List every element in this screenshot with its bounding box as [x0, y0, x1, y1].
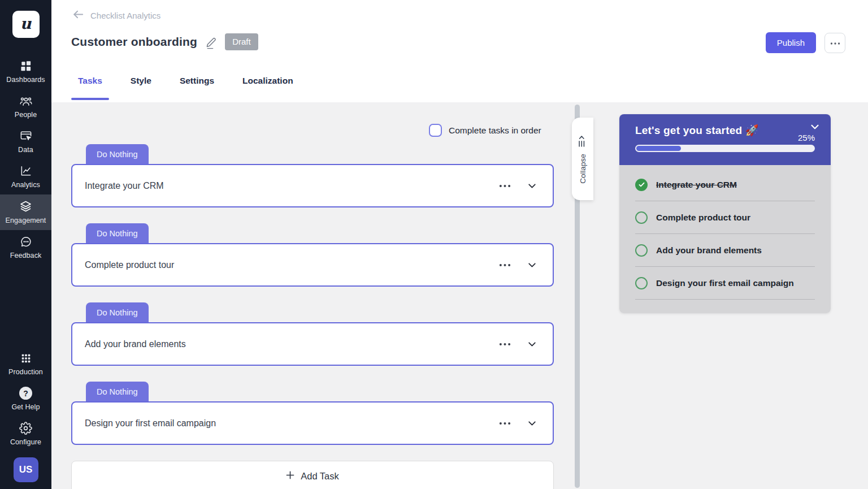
sidebar-item-label: Production — [8, 368, 43, 376]
tab-settings[interactable]: Settings — [180, 76, 214, 100]
line-chart-icon — [19, 165, 33, 178]
task-title: Add your brand elements — [85, 339, 186, 349]
data-window-icon — [19, 129, 33, 142]
sidebar-item-label: Configure — [10, 438, 41, 446]
question-circle-icon: ? — [19, 387, 32, 400]
plus-icon — [286, 471, 294, 482]
sidebar-item-dashboards[interactable]: Dashboards — [0, 54, 51, 89]
task-title: Design your first email campaign — [85, 418, 216, 429]
sidebar-item-people[interactable]: People — [0, 89, 51, 124]
more-actions-button[interactable] — [824, 33, 845, 53]
sidebar-item-label: People — [15, 111, 37, 119]
checklist-item-label: Integrate your CRM — [656, 180, 737, 190]
add-task-label: Add Task — [301, 471, 339, 482]
breadcrumb-label: Checklist Analytics — [90, 11, 160, 20]
tab-localization[interactable]: Localization — [242, 76, 293, 100]
task-list: Do Nothing Integrate your CRM Do Nothing… — [71, 144, 554, 489]
collapse-preview-tab[interactable]: Collapse — [572, 118, 593, 200]
checklist-item[interactable]: Design your first email campaign — [635, 267, 815, 300]
chat-bubble-icon — [19, 235, 33, 248]
app-logo[interactable]: u — [12, 11, 40, 38]
task-menu-icon[interactable] — [498, 183, 512, 189]
task-group: Do Nothing Complete product tour — [71, 223, 554, 287]
gear-icon — [19, 422, 32, 435]
edit-title-icon[interactable] — [206, 37, 216, 49]
add-task-button[interactable]: Add Task — [71, 461, 554, 489]
task-card[interactable]: Add your brand elements — [71, 322, 554, 366]
checklist-item[interactable]: Integrate your CRM — [635, 168, 815, 201]
sidebar-item-production[interactable]: Production — [0, 347, 51, 382]
task-menu-icon[interactable] — [498, 341, 512, 347]
checklist-item-label: Add your brand elements — [656, 245, 762, 256]
checklist-item-label: Design your first email campaign — [656, 278, 794, 288]
complete-in-order-label: Complete tasks in order — [449, 126, 541, 136]
sidebar-item-label: Get Help — [11, 403, 40, 411]
sidebar: u Dashboards People Data Analytics Engag… — [0, 0, 51, 489]
task-card[interactable]: Design your first email campaign — [71, 401, 554, 445]
topbar: Checklist Analytics Customer onboarding … — [51, 0, 868, 102]
sidebar-item-label: Analytics — [11, 181, 40, 189]
page-title: Customer onboarding — [71, 35, 197, 49]
collapse-label: Collapse — [579, 154, 587, 184]
task-action-badge[interactable]: Do Nothing — [86, 223, 149, 243]
empty-circle-icon — [635, 211, 648, 224]
chevron-down-icon[interactable] — [525, 258, 539, 272]
sidebar-item-label: Feedback — [10, 252, 42, 259]
sidebar-item-label: Dashboards — [6, 76, 45, 84]
progress-percent: 25% — [798, 133, 815, 142]
drag-handle-icon — [578, 135, 588, 148]
grid-dots-icon — [20, 352, 32, 365]
tab-bar: Tasks Style Settings Localization — [78, 76, 293, 100]
checklist-item[interactable]: Add your brand elements — [635, 234, 815, 267]
builder-canvas: Complete tasks in order Do Nothing Integ… — [51, 102, 868, 489]
app-logo-letter: u — [20, 16, 32, 33]
complete-in-order-checkbox[interactable] — [429, 124, 442, 137]
people-group-icon — [19, 94, 33, 107]
checklist-preview: Let's get you started 🚀 25% Integrate yo… — [619, 114, 831, 313]
task-menu-icon[interactable] — [498, 262, 512, 268]
task-action-badge[interactable]: Do Nothing — [86, 302, 149, 322]
progress-bar — [635, 145, 815, 152]
task-action-badge[interactable]: Do Nothing — [86, 382, 149, 401]
sidebar-item-analytics[interactable]: Analytics — [0, 159, 51, 194]
sidebar-item-label: Engagement — [6, 217, 46, 224]
empty-circle-icon — [635, 244, 648, 257]
check-circle-icon — [635, 179, 648, 191]
progress-fill — [636, 146, 681, 151]
task-card[interactable]: Integrate your CRM — [71, 164, 554, 207]
empty-circle-icon — [635, 277, 648, 289]
back-arrow-icon[interactable] — [72, 8, 85, 23]
checklist-preview-header: Let's get you started 🚀 25% — [619, 114, 831, 165]
task-group: Do Nothing Add your brand elements — [71, 302, 554, 366]
tab-tasks[interactable]: Tasks — [78, 76, 102, 100]
ellipsis-icon — [830, 38, 840, 47]
sidebar-item-data[interactable]: Data — [0, 124, 51, 159]
tab-style[interactable]: Style — [131, 76, 151, 100]
chevron-down-icon[interactable] — [525, 179, 539, 193]
task-card[interactable]: Complete product tour — [71, 243, 554, 287]
collapse-widget-chevron-icon[interactable] — [808, 119, 822, 134]
sidebar-item-feedback[interactable]: Feedback — [0, 230, 51, 265]
task-group: Do Nothing Design your first email campa… — [71, 382, 554, 445]
task-action-badge[interactable]: Do Nothing — [86, 144, 149, 164]
task-title: Integrate your CRM — [85, 181, 164, 191]
sidebar-item-configure[interactable]: Configure — [0, 417, 51, 452]
task-group: Do Nothing Integrate your CRM — [71, 144, 554, 207]
publish-button[interactable]: Publish — [766, 32, 816, 53]
status-badge: Draft — [225, 33, 258, 50]
user-avatar[interactable]: US — [14, 457, 38, 482]
checklist-title: Let's get you started 🚀 — [635, 124, 815, 137]
chevron-down-icon[interactable] — [525, 416, 539, 430]
layers-icon — [19, 200, 33, 213]
checklist-item[interactable]: Complete product tour — [635, 201, 815, 234]
chevron-down-icon[interactable] — [525, 337, 539, 351]
task-title: Complete product tour — [85, 260, 174, 270]
sidebar-item-engagement[interactable]: Engagement — [0, 194, 51, 230]
checklist-item-label: Complete product tour — [656, 213, 750, 223]
task-menu-icon[interactable] — [498, 421, 512, 426]
breadcrumb[interactable]: Checklist Analytics — [72, 8, 160, 23]
dashboards-grid-icon — [19, 59, 32, 72]
sidebar-item-label: Data — [18, 146, 33, 154]
sidebar-item-get-help[interactable]: ? Get Help — [0, 382, 51, 417]
checklist-items: Integrate your CRM Complete product tour… — [619, 165, 831, 313]
